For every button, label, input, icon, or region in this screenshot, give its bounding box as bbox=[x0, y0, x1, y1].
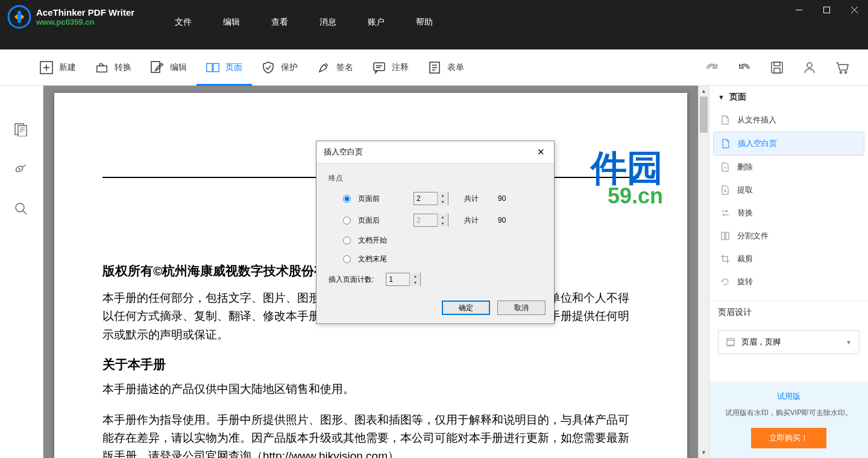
bookmark-icon[interactable] bbox=[14, 162, 30, 177]
form-icon bbox=[428, 61, 441, 74]
dialog-cancel-button[interactable]: 取消 bbox=[497, 301, 546, 315]
extract-icon bbox=[720, 185, 730, 195]
maximize-button[interactable] bbox=[813, 0, 840, 19]
rp-delete[interactable]: 删除 bbox=[713, 156, 864, 179]
menu-message[interactable]: 消息 bbox=[319, 17, 336, 28]
spin-down-icon[interactable]: ▼ bbox=[438, 220, 448, 227]
menu-edit[interactable]: 编辑 bbox=[223, 17, 240, 28]
spin-down-icon[interactable]: ▼ bbox=[410, 279, 420, 286]
panel-header-design[interactable]: 页眉设计 bbox=[709, 301, 868, 324]
plus-icon bbox=[40, 61, 53, 74]
spin-up-icon[interactable]: ▲ bbox=[438, 214, 448, 220]
menu-help[interactable]: 帮助 bbox=[416, 17, 433, 28]
close-button[interactable] bbox=[840, 0, 868, 19]
header-footer-icon bbox=[726, 337, 735, 347]
svg-rect-7 bbox=[213, 63, 219, 72]
radio-doc-start[interactable] bbox=[343, 237, 351, 244]
vertical-scrollbar[interactable]: ▲ ▼ bbox=[698, 86, 709, 458]
radio-page-after[interactable] bbox=[343, 217, 351, 224]
menu-file[interactable]: 文件 bbox=[175, 17, 192, 28]
svg-rect-6 bbox=[207, 63, 212, 72]
scroll-thumb[interactable] bbox=[700, 97, 708, 133]
undo-icon[interactable] bbox=[737, 60, 752, 75]
cart-icon[interactable] bbox=[834, 60, 850, 75]
left-sidebar bbox=[0, 86, 43, 458]
toolbar: 新建 转换 编辑 页面 保护 签名 注释 表单 bbox=[0, 49, 868, 86]
right-panel: ▼ 页面 从文件插入 插入空白页 删除 提取 替换 分割文件 裁剪 旋转 页眉设… bbox=[709, 86, 868, 458]
split-icon bbox=[720, 231, 730, 241]
page-before-input[interactable] bbox=[414, 194, 437, 203]
doc-heading: 关于本手册 bbox=[102, 356, 639, 373]
save-icon[interactable] bbox=[769, 60, 785, 75]
rotate-icon bbox=[720, 277, 730, 287]
redo-icon[interactable] bbox=[704, 60, 720, 75]
pen-icon bbox=[317, 61, 330, 74]
menu-bar: 文件 编辑 查看 消息 账户 帮助 bbox=[175, 17, 433, 28]
buy-now-button[interactable]: 立即购买！ bbox=[751, 428, 826, 448]
spin-down-icon[interactable]: ▼ bbox=[438, 199, 448, 205]
tool-page[interactable]: 页面 bbox=[197, 49, 252, 86]
menu-account[interactable]: 账户 bbox=[368, 17, 385, 28]
shield-icon bbox=[262, 61, 275, 74]
tool-new[interactable]: 新建 bbox=[30, 49, 86, 86]
scroll-up-icon[interactable]: ▲ bbox=[699, 86, 709, 97]
svg-point-19 bbox=[18, 168, 20, 170]
svg-rect-21 bbox=[722, 232, 725, 240]
spin-up-icon[interactable]: ▲ bbox=[438, 192, 448, 199]
page-after-input[interactable] bbox=[414, 216, 437, 224]
insert-count-spinbox[interactable]: ▲▼ bbox=[386, 273, 421, 286]
menu-view[interactable]: 查看 bbox=[271, 17, 288, 28]
scroll-down-icon[interactable]: ▼ bbox=[699, 447, 709, 458]
page-before-spinbox[interactable]: ▲▼ bbox=[414, 192, 448, 205]
trial-text: 试用版有水印，购买VIP即可去除水印。 bbox=[717, 408, 861, 418]
minimize-button[interactable] bbox=[785, 0, 813, 19]
user-icon[interactable] bbox=[802, 60, 817, 75]
insert-count-input[interactable] bbox=[386, 275, 409, 284]
page-after-spinbox[interactable]: ▲▼ bbox=[414, 214, 448, 227]
doc-paragraph: 本手册描述的产品仅供中国大陆地区销售和使用。 bbox=[102, 380, 639, 398]
rp-replace[interactable]: 替换 bbox=[713, 202, 864, 224]
thumbnails-icon[interactable] bbox=[14, 122, 30, 138]
rp-crop[interactable]: 裁剪 bbox=[713, 247, 864, 270]
chevron-down-icon: ▼ bbox=[718, 94, 725, 101]
doc-paragraph: 本手册作为指导使用。手册中所提供照片、图形、图表和插图等，仅用于解释和说明目的，… bbox=[102, 411, 639, 458]
radio-page-before-row: 页面前 ▲▼ 共计 90 bbox=[343, 192, 542, 205]
svg-point-20 bbox=[16, 203, 24, 212]
svg-point-15 bbox=[845, 71, 847, 73]
convert-icon bbox=[95, 61, 108, 74]
search-icon[interactable] bbox=[14, 202, 30, 217]
svg-point-14 bbox=[840, 71, 842, 73]
window-controls bbox=[785, 0, 868, 19]
comment-icon bbox=[373, 61, 386, 74]
dialog-ok-button[interactable]: 确定 bbox=[442, 301, 490, 315]
panel-header-page[interactable]: ▼ 页面 bbox=[709, 86, 868, 109]
radio-doc-end[interactable] bbox=[343, 255, 351, 263]
rp-insert-blank[interactable]: 插入空白页 bbox=[713, 132, 864, 156]
rp-insert-from-file[interactable]: 从文件插入 bbox=[713, 109, 864, 132]
svg-rect-4 bbox=[97, 66, 107, 72]
tool-form[interactable]: 表单 bbox=[418, 49, 474, 86]
svg-rect-23 bbox=[727, 339, 734, 346]
spin-up-icon[interactable]: ▲ bbox=[410, 273, 420, 279]
dialog-title-text: 插入空白页 bbox=[324, 147, 363, 157]
page-icon bbox=[206, 61, 219, 74]
rp-split[interactable]: 分割文件 bbox=[713, 224, 864, 247]
tool-convert[interactable]: 转换 bbox=[86, 49, 141, 86]
dialog-close-button[interactable]: ✕ bbox=[535, 146, 547, 158]
rp-rotate[interactable]: 旋转 bbox=[713, 270, 864, 293]
tool-protect[interactable]: 保护 bbox=[252, 49, 307, 86]
radio-page-after-row: 页面后 ▲▼ 共计 90 bbox=[343, 214, 542, 227]
site-url: www.pc0359.cn bbox=[36, 17, 134, 27]
tool-comment[interactable]: 注释 bbox=[363, 49, 418, 86]
tool-edit[interactable]: 编辑 bbox=[141, 49, 197, 86]
header-design-section: 页眉设计 页眉，页脚 ▼ bbox=[709, 301, 868, 360]
dialog-titlebar[interactable]: 插入空白页 ✕ bbox=[316, 141, 554, 164]
rp-extract[interactable]: 提取 bbox=[713, 179, 864, 202]
insert-blank-page-dialog: 插入空白页 ✕ 终点 页面前 ▲▼ 共计 90 页面后 ▲▼ 共计 90 文档开… bbox=[316, 141, 555, 324]
header-footer-dropdown[interactable]: 页眉，页脚 ▼ bbox=[718, 330, 860, 354]
insert-count-row: 插入页面计数: ▲▼ bbox=[329, 273, 542, 286]
crop-icon bbox=[720, 254, 730, 264]
svg-rect-11 bbox=[774, 62, 780, 66]
radio-page-before[interactable] bbox=[343, 195, 351, 203]
tool-sign[interactable]: 签名 bbox=[307, 49, 363, 86]
